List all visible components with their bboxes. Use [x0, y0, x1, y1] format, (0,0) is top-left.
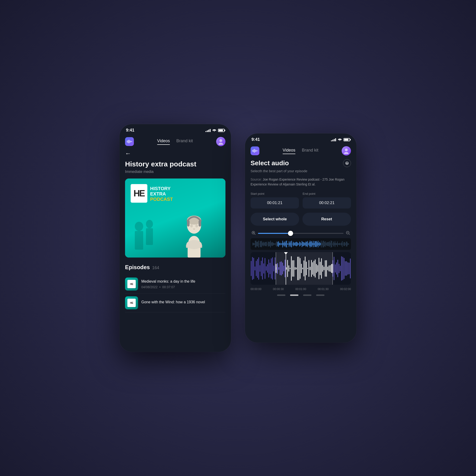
tab-brand-kit-left[interactable]: Brand kit	[176, 138, 193, 145]
svg-rect-146	[340, 244, 341, 245]
svg-rect-73	[281, 243, 282, 245]
podcast-image: HE HISTORY EXTRA PODCAST	[125, 178, 225, 257]
time-marker-30: 00:00:30	[273, 288, 284, 291]
app-logo-right	[251, 146, 259, 155]
tab-videos-right[interactable]: Videos	[283, 148, 295, 154]
section-desc: Selecth the best part of your episode	[251, 169, 351, 173]
svg-rect-3	[130, 140, 130, 143]
nav-bar-right: Videos Brand kit	[245, 144, 357, 159]
status-icons-left	[205, 129, 224, 132]
svg-rect-40	[255, 240, 255, 247]
svg-point-20	[146, 220, 153, 228]
svg-rect-227	[339, 264, 339, 273]
avatar-right[interactable]	[342, 146, 351, 155]
svg-point-28	[345, 149, 348, 151]
svg-rect-43	[257, 242, 258, 247]
svg-rect-39	[254, 243, 255, 245]
episode-thumb-2: HE	[125, 296, 138, 309]
episodes-title: Episodes	[125, 264, 150, 271]
svg-rect-97	[301, 243, 302, 245]
svg-rect-45	[259, 244, 259, 244]
svg-rect-99	[303, 242, 303, 246]
status-bar-left: 9:41	[119, 124, 231, 135]
wifi-icon-left	[212, 129, 216, 132]
svg-rect-71	[280, 243, 281, 245]
selection-overlay	[276, 252, 333, 285]
svg-rect-147	[341, 243, 342, 246]
status-icons-right	[331, 138, 350, 142]
svg-rect-89	[294, 243, 295, 246]
reset-button[interactable]: Reset	[302, 213, 351, 226]
svg-rect-88	[293, 243, 294, 246]
svg-rect-21	[146, 228, 153, 245]
section-title: Select audio	[251, 159, 289, 167]
svg-rect-234	[347, 262, 348, 274]
svg-rect-64	[274, 243, 275, 245]
logo-icon-right	[251, 146, 259, 155]
svg-rect-141	[336, 243, 337, 245]
svg-rect-92	[297, 242, 297, 246]
svg-rect-126	[324, 242, 325, 246]
svg-rect-144	[339, 243, 339, 245]
time-inputs: Start point 00:01:21 End point 00:02:21	[251, 192, 351, 208]
svg-rect-50	[263, 242, 264, 246]
help-button[interactable]	[343, 159, 351, 167]
svg-rect-55	[267, 244, 268, 244]
mini-waveform[interactable]	[251, 238, 351, 250]
svg-rect-226	[338, 260, 338, 277]
svg-rect-232	[345, 261, 346, 276]
nav-tabs-left: Videos Brand kit	[157, 138, 193, 145]
source-label: Source:	[251, 178, 262, 181]
selection-handle-left[interactable]	[275, 264, 277, 273]
svg-rect-155	[348, 243, 348, 245]
nav-bar-left: Videos Brand kit	[119, 135, 231, 150]
nav-tabs-right: Videos Brand kit	[283, 148, 318, 154]
svg-rect-168	[265, 258, 265, 279]
svg-rect-225	[336, 262, 337, 275]
svg-rect-100	[303, 242, 304, 246]
svg-rect-74	[282, 240, 283, 247]
battery-icon-right	[343, 138, 350, 141]
svg-rect-90	[295, 242, 296, 246]
svg-rect-121	[320, 243, 321, 245]
time-right: 9:41	[252, 137, 260, 142]
svg-rect-22	[252, 150, 253, 152]
main-waveform[interactable]	[251, 252, 351, 285]
zoom-out-icon	[346, 231, 350, 236]
nav-dot-1	[277, 294, 285, 296]
svg-rect-58	[269, 242, 270, 246]
selection-handle-right[interactable]	[331, 264, 333, 273]
zoom-slider-container	[251, 231, 351, 236]
svg-rect-150	[343, 242, 344, 246]
svg-rect-96	[300, 242, 301, 246]
svg-rect-170	[267, 264, 268, 273]
avatar-left[interactable]	[216, 137, 225, 146]
svg-rect-224	[335, 264, 336, 273]
episode-name-2: Gone with the Wind: how a 1936 novel	[141, 300, 225, 305]
svg-rect-24	[254, 149, 255, 153]
action-buttons: Select whole Reset	[251, 213, 351, 226]
svg-rect-44	[258, 240, 259, 248]
svg-rect-79	[286, 240, 287, 247]
svg-rect-54	[266, 242, 267, 246]
end-point-input[interactable]: 00:02:21	[303, 197, 351, 208]
svg-rect-102	[305, 242, 306, 245]
svg-rect-158	[252, 257, 253, 280]
tab-videos-left[interactable]: Videos	[157, 138, 170, 145]
start-point-input[interactable]: 00:01:21	[251, 197, 299, 208]
svg-rect-173	[271, 258, 272, 278]
back-button[interactable]: ←	[125, 150, 131, 157]
tab-brand-kit-right[interactable]: Brand kit	[302, 148, 318, 154]
zoom-slider[interactable]	[258, 233, 343, 234]
svg-rect-129	[327, 242, 327, 246]
select-whole-button[interactable]: Select whole	[251, 213, 299, 226]
episode-item-1[interactable]: HE Medieval monks: a day in the life 04/…	[125, 275, 225, 293]
signal-icon-right	[331, 138, 336, 141]
svg-rect-163	[258, 257, 259, 280]
svg-rect-112	[313, 241, 314, 247]
episode-item-2[interactable]: HE Gone with the Wind: how a 1936 novel	[125, 293, 225, 312]
svg-rect-120	[319, 242, 320, 246]
svg-rect-78	[286, 241, 286, 247]
svg-rect-72	[281, 244, 281, 244]
svg-rect-62	[273, 242, 273, 245]
